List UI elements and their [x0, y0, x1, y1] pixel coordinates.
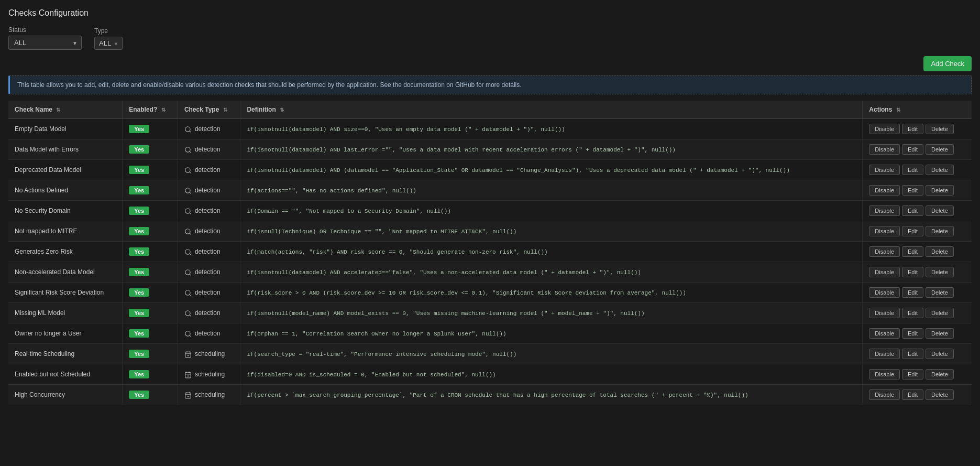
delete-button[interactable]: Delete — [926, 328, 954, 339]
edit-button[interactable]: Edit — [902, 328, 923, 339]
edit-button[interactable]: Edit — [902, 246, 923, 257]
actions-cell: Disable Edit Delete — [869, 369, 965, 380]
cell-definition: if(isnotnull(datamodel) AND last_error!=… — [240, 139, 863, 160]
check-type-cell: detection — [184, 288, 234, 297]
cell-check-type: detection — [178, 283, 240, 303]
delete-button[interactable]: Delete — [926, 389, 954, 400]
actions-cell: Disable Edit Delete — [869, 124, 965, 134]
svg-point-16 — [185, 290, 190, 295]
edit-button[interactable]: Edit — [902, 226, 923, 236]
th-enabled[interactable]: Enabled? ⇅ — [123, 101, 178, 119]
delete-button[interactable]: Delete — [926, 226, 954, 236]
disable-button[interactable]: Disable — [869, 349, 900, 359]
th-check-type[interactable]: Check Type ⇅ — [178, 101, 240, 119]
disable-button[interactable]: Disable — [869, 389, 900, 400]
disable-button[interactable]: Disable — [869, 124, 900, 134]
cell-actions: Disable Edit Delete — [863, 221, 972, 242]
check-type-icon — [184, 186, 192, 194]
delete-button[interactable]: Delete — [926, 287, 954, 298]
delete-button[interactable]: Delete — [926, 124, 954, 134]
cell-actions: Disable Edit Delete — [863, 119, 972, 139]
edit-button[interactable]: Edit — [902, 308, 923, 318]
delete-button[interactable]: Delete — [926, 267, 954, 277]
disable-button[interactable]: Disable — [869, 287, 900, 298]
delete-button[interactable]: Delete — [926, 349, 954, 359]
actions-cell: Disable Edit Delete — [869, 308, 965, 318]
actions-header-label: Actions — [869, 106, 892, 113]
check-name-value: No Actions Defined — [15, 187, 68, 194]
edit-button[interactable]: Edit — [902, 144, 923, 155]
delete-button[interactable]: Delete — [926, 185, 954, 196]
edit-button[interactable]: Edit — [902, 165, 923, 175]
cell-definition: if(Domain == "", "Not mapped to a Securi… — [240, 201, 863, 221]
definition-value: if(isnotnull(datamodel) AND accelerated=… — [247, 269, 641, 276]
edit-button[interactable]: Edit — [902, 205, 923, 216]
check-type-icon — [184, 227, 192, 235]
table-header-row: Check Name ⇅ Enabled? ⇅ Check Type ⇅ Def… — [8, 101, 972, 119]
edit-button[interactable]: Edit — [902, 185, 923, 196]
cell-enabled: Yes — [123, 242, 178, 262]
cell-definition: if(actions=="", "Has no actions defined"… — [240, 180, 863, 201]
check-type-label: scheduling — [195, 371, 225, 378]
check-type-label: detection — [195, 187, 221, 194]
disable-button[interactable]: Disable — [869, 369, 900, 380]
status-select[interactable]: ALL Enabled Disabled — [8, 36, 82, 50]
table-row: Non-accelerated Data Model Yes detection… — [8, 262, 972, 283]
th-check-name[interactable]: Check Name ⇅ — [8, 101, 123, 119]
check-name-value: Missing ML Model — [15, 309, 65, 317]
table-row: Deprecated Data Model Yes detection if(i… — [8, 160, 972, 180]
check-type-icon — [184, 309, 192, 317]
check-name-value: Real-time Scheduling — [15, 350, 74, 357]
check-type-sort-icon: ⇅ — [223, 107, 227, 113]
check-type-cell: detection — [184, 125, 234, 133]
actions-cell: Disable Edit Delete — [869, 328, 965, 339]
edit-button[interactable]: Edit — [902, 349, 923, 359]
disable-button[interactable]: Disable — [869, 328, 900, 339]
table-row: No Security Domain Yes detection if(Doma… — [8, 201, 972, 221]
table-body: Empty Data Model Yes detection if(isnotn… — [8, 119, 972, 405]
delete-button[interactable]: Delete — [926, 308, 954, 318]
cell-check-type: detection — [178, 242, 240, 262]
cell-enabled: Yes — [123, 221, 178, 242]
th-definition[interactable]: Definition ⇅ — [240, 101, 863, 119]
table-row: Generates Zero Risk Yes detection if(mat… — [8, 242, 972, 262]
disable-button[interactable]: Disable — [869, 144, 900, 155]
edit-button[interactable]: Edit — [902, 369, 923, 380]
edit-button[interactable]: Edit — [902, 287, 923, 298]
th-actions[interactable]: Actions ⇅ — [863, 101, 972, 119]
check-type-cell: detection — [184, 207, 234, 215]
edit-button[interactable]: Edit — [902, 389, 923, 400]
cell-check-type: detection — [178, 160, 240, 180]
delete-button[interactable]: Delete — [926, 165, 954, 175]
svg-point-36 — [188, 396, 189, 397]
enabled-badge: Yes — [129, 227, 149, 235]
type-tag-close[interactable]: × — [114, 40, 117, 47]
disable-button[interactable]: Disable — [869, 226, 900, 236]
cell-check-name: Data Model with Errors — [8, 139, 123, 160]
enabled-badge: Yes — [129, 329, 149, 338]
cell-check-name: Not mapped to MITRE — [8, 221, 123, 242]
edit-button[interactable]: Edit — [902, 124, 923, 134]
cell-enabled: Yes — [123, 139, 178, 160]
disable-button[interactable]: Disable — [869, 185, 900, 196]
disable-button[interactable]: Disable — [869, 246, 900, 257]
disable-button[interactable]: Disable — [869, 165, 900, 175]
cell-check-type: detection — [178, 323, 240, 344]
check-type-icon — [184, 247, 192, 256]
delete-button[interactable]: Delete — [926, 369, 954, 380]
check-name-value: Significant Risk Score Deviation — [15, 289, 104, 296]
cell-enabled: Yes — [123, 119, 178, 139]
disable-button[interactable]: Disable — [869, 205, 900, 216]
check-name-value: Empty Data Model — [15, 125, 67, 133]
delete-button[interactable]: Delete — [926, 246, 954, 257]
enabled-badge: Yes — [129, 391, 149, 399]
svg-point-4 — [185, 168, 190, 172]
delete-button[interactable]: Delete — [926, 144, 954, 155]
add-check-button[interactable]: Add Check — [923, 56, 972, 71]
check-name-value: Non-accelerated Data Model — [15, 268, 95, 276]
disable-button[interactable]: Disable — [869, 267, 900, 277]
disable-button[interactable]: Disable — [869, 308, 900, 318]
check-type-label: detection — [195, 289, 221, 296]
edit-button[interactable]: Edit — [902, 267, 923, 277]
delete-button[interactable]: Delete — [926, 205, 954, 216]
